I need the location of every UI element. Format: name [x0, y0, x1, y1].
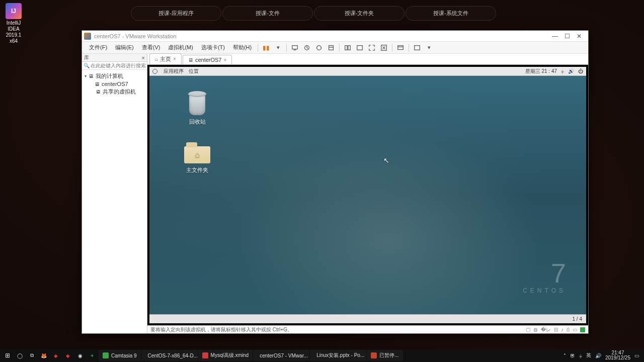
- library-search[interactable]: 🔍 ▾: [82, 62, 147, 70]
- layout-cycle-icon[interactable]: [343, 43, 353, 53]
- svg-rect-8: [398, 45, 404, 49]
- snapshot-icon[interactable]: [302, 43, 312, 53]
- unity-icon[interactable]: [379, 43, 389, 53]
- menu-file[interactable]: 文件(F): [85, 44, 111, 51]
- taskview-icon[interactable]: ⧉: [26, 350, 37, 361]
- trash-label: 回收站: [177, 118, 217, 126]
- workspace-pager[interactable]: 1 / 4: [573, 316, 582, 322]
- tray-ime[interactable]: 英: [586, 352, 591, 359]
- tab-home[interactable]: ⌂ 主页 ×: [149, 53, 182, 64]
- tray-volume-icon[interactable]: 🔊: [595, 353, 601, 358]
- start-button[interactable]: ⊞: [2, 350, 13, 361]
- gnome-places[interactable]: 位置: [189, 68, 199, 75]
- library-close-icon[interactable]: ×: [142, 55, 145, 61]
- manage-icon[interactable]: [326, 43, 336, 53]
- desktop-home-folder[interactable]: ⌂ 主文件夹: [177, 141, 217, 174]
- taskbar-item[interactable]: CentOS-7-x86_64-D...: [141, 350, 198, 361]
- tray-up-icon[interactable]: ˄: [564, 353, 566, 358]
- gnome-applications[interactable]: 应用程序: [164, 68, 184, 75]
- stretch-dropdown[interactable]: ▾: [424, 43, 434, 53]
- desktop-trash[interactable]: 回收站: [177, 91, 217, 126]
- taskbar-item[interactable]: Linux安装.pptx - Po...: [310, 350, 366, 361]
- layout-single-icon[interactable]: [355, 43, 365, 53]
- svg-point-2: [317, 45, 321, 50]
- taskbar-item[interactable]: centerOS7 - VMwar...: [253, 350, 309, 361]
- svg-rect-6: [357, 45, 363, 50]
- menu-help[interactable]: 帮助(H): [229, 44, 256, 51]
- folder-icon: ⌂: [184, 141, 210, 163]
- guest-viewport[interactable]: 应用程序 位置 星期三 21 : 47 ⏚ 🔊 ⏻: [147, 65, 588, 325]
- menu-tabs[interactable]: 选项卡(T): [197, 44, 229, 51]
- host-tab-files[interactable]: 授课-文件: [222, 6, 313, 21]
- vmware-window: centerOS7 - VMware Workstation — ☐ ✕ 文件(…: [82, 30, 589, 334]
- gnome-foot-icon: [152, 69, 157, 74]
- desktop-intellij-icon[interactable]: IJ IntelliJ IDEA 2019.1 x64: [3, 3, 24, 44]
- close-button[interactable]: ✕: [576, 33, 582, 39]
- gnome-top-bar: 应用程序 位置 星期三 21 : 47 ⏚ 🔊 ⏻: [149, 67, 586, 76]
- dev-hdd-icon[interactable]: ▢: [526, 327, 530, 332]
- cortana-icon[interactable]: ◯: [14, 350, 25, 361]
- tree-vm-centeros7[interactable]: 🖥 centerOS7: [83, 80, 146, 87]
- home-folder-label: 主文件夹: [177, 166, 217, 174]
- svg-rect-5: [348, 45, 350, 50]
- svg-rect-9: [415, 45, 420, 50]
- taskbar-item[interactable]: 已暂停...: [367, 350, 403, 361]
- pause-dropdown[interactable]: ▾: [273, 43, 283, 53]
- snapshot-manager-icon[interactable]: [314, 43, 324, 53]
- maximize-button[interactable]: ☐: [564, 33, 570, 39]
- volume-icon[interactable]: 🔊: [568, 68, 574, 74]
- task-label: Linux安装.pptx - Po...: [316, 352, 364, 359]
- svg-rect-0: [292, 45, 298, 49]
- stretch-icon[interactable]: [412, 43, 422, 53]
- system-tray[interactable]: ˄ ⛨ ⏚ 英 🔊 21:47 2019/12/25 ▭: [560, 350, 642, 360]
- task-label: Mysql高级.xmind: [211, 352, 249, 359]
- taskbar-item[interactable]: Mysql高级.xmind: [198, 350, 253, 361]
- app-icon-2[interactable]: ◆: [62, 350, 73, 361]
- fullscreen-icon[interactable]: [367, 43, 377, 53]
- power-icon[interactable]: ⏻: [578, 68, 583, 74]
- gnome-desktop[interactable]: 回收站 ⌂ 主文件夹 7 CENTOS ↖: [149, 76, 586, 314]
- tree-my-computer[interactable]: ▾🖥 我的计算机: [83, 72, 146, 80]
- vmware-title: centerOS7 - VMware Workstation: [94, 33, 177, 39]
- host-tab-folders[interactable]: 授课-文件夹: [314, 6, 405, 21]
- dev-message-icon[interactable]: [580, 327, 585, 332]
- host-tabs: 授课-应用程序 授课-文件 授课-文件夹 授课-系统文件: [131, 6, 497, 21]
- minimize-button[interactable]: —: [552, 33, 558, 39]
- firefox-icon[interactable]: 🦊: [38, 350, 49, 361]
- tray-clock-date[interactable]: 2019/12/25: [605, 355, 630, 360]
- app-icon-1[interactable]: ◆: [50, 350, 61, 361]
- dev-printer-icon[interactable]: ⎙: [567, 327, 570, 332]
- send-ctrlaltdel-icon[interactable]: [290, 43, 300, 53]
- tree-shared-vms[interactable]: 🖥 共享的虚拟机: [83, 87, 146, 96]
- network-icon[interactable]: ⏚: [561, 68, 564, 74]
- tray-security-icon[interactable]: ⛨: [570, 353, 575, 358]
- dev-cd-icon[interactable]: ◍: [533, 327, 538, 332]
- tray-notifications-icon[interactable]: ▭: [634, 353, 639, 358]
- host-tab-apps[interactable]: 授课-应用程序: [131, 6, 221, 21]
- task-label: CentOS-7-x86_64-D...: [148, 353, 198, 358]
- dev-display-icon[interactable]: ▭: [573, 327, 577, 332]
- menu-vm[interactable]: 虚拟机(M): [164, 44, 197, 51]
- show-console-icon[interactable]: [395, 43, 406, 53]
- menu-edit[interactable]: 编辑(E): [111, 44, 138, 51]
- wechat-icon[interactable]: ✶: [87, 350, 98, 361]
- gnome-clock[interactable]: 星期三 21 : 47: [525, 68, 557, 75]
- pause-vm-button[interactable]: ▮▮: [261, 43, 271, 53]
- tab-centeros7[interactable]: 🖥 centerOS7 ×: [183, 55, 232, 64]
- vmware-titlebar[interactable]: centerOS7 - VMware Workstation — ☐ ✕: [82, 31, 588, 42]
- task-label: centerOS7 - VMwar...: [260, 353, 308, 358]
- dev-sound-icon[interactable]: ♪: [561, 327, 564, 332]
- dev-net-icon[interactable]: �レ: [541, 326, 551, 333]
- tab-vm-close-icon[interactable]: ×: [223, 57, 226, 63]
- host-tab-sysfiles[interactable]: 授课-系统文件: [406, 6, 496, 21]
- chrome-icon[interactable]: ◉: [74, 350, 86, 361]
- vm-tab-icon: 🖥: [188, 57, 193, 63]
- library-search-input[interactable]: [91, 63, 154, 68]
- taskbar-item[interactable]: Camtasia 9: [99, 350, 141, 361]
- tab-home-close-icon[interactable]: ×: [173, 56, 176, 62]
- centos-watermark: 7 CENTOS: [523, 262, 566, 294]
- tray-network-icon[interactable]: ⏚: [579, 353, 582, 358]
- search-icon: 🔍: [84, 63, 90, 68]
- dev-usb-icon[interactable]: ⊟: [554, 327, 558, 332]
- menu-view[interactable]: 查看(V): [138, 44, 165, 51]
